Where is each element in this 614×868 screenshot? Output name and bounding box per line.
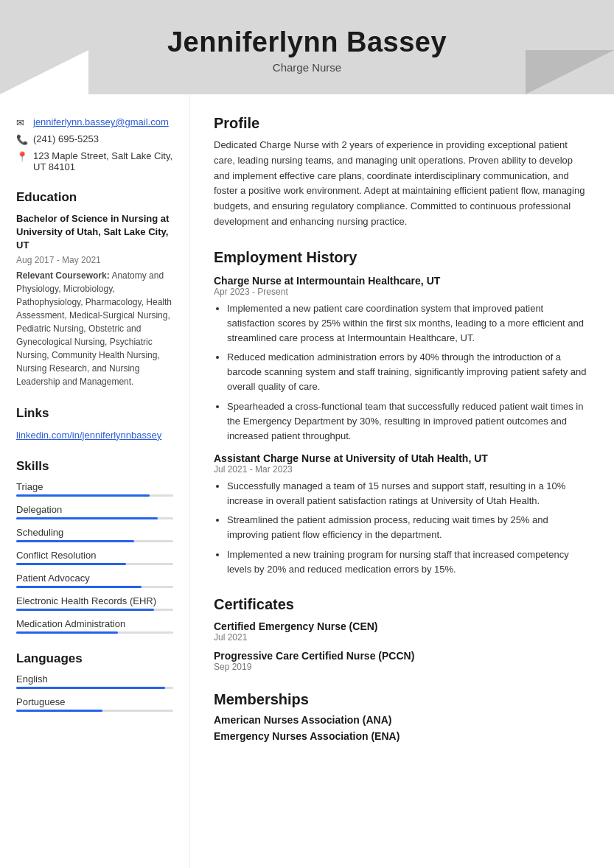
contact-section: ✉ jenniferlynn.bassey@gmail.com 📞 (241) … — [16, 116, 173, 172]
skill-item: Patient Advocacy — [16, 573, 173, 588]
coursework-text: Anatomy and Physiology, Microbiology, Pa… — [16, 270, 172, 387]
skill-item: Delegation — [16, 504, 173, 519]
profile-section-title: Profile — [214, 115, 590, 132]
email-icon: ✉ — [16, 117, 28, 128]
cert-date: Jul 2021 — [214, 632, 590, 643]
linkedin-link[interactable]: linkedin.com/in/jenniferlynnbassey — [16, 430, 161, 441]
skills-section-title: Skills — [16, 459, 173, 474]
skill-bar-bg — [16, 563, 173, 565]
skill-bar-bg — [16, 517, 173, 519]
job-date: Apr 2023 - Present — [214, 287, 590, 297]
certs-list: Certified Emergency Nurse (CEN) Jul 2021… — [214, 620, 590, 672]
location-icon: 📍 — [16, 151, 28, 162]
employment-section: Employment History Charge Nurse at Inter… — [214, 249, 590, 577]
edu-dates: Aug 2017 - May 2021 — [16, 255, 173, 265]
phone-text: (241) 695-5253 — [33, 133, 99, 144]
languages-section: Languages English Portuguese — [16, 651, 173, 712]
body: ✉ jenniferlynn.bassey@gmail.com 📞 (241) … — [0, 94, 614, 868]
resume-page: Jenniferlynn Bassey Charge Nurse ✉ jenni… — [0, 0, 614, 868]
profile-text: Dedicated Charge Nurse with 2 years of e… — [214, 138, 590, 230]
skill-bar-fill — [16, 563, 126, 565]
job-item: Charge Nurse at Intermountain Healthcare… — [214, 275, 590, 444]
job-bullet: Streamlined the patient admission proces… — [227, 513, 590, 542]
job-title: Assistant Charge Nurse at University of … — [214, 452, 590, 464]
skill-item: Scheduling — [16, 527, 173, 542]
memberships-section: Memberships American Nurses Association … — [214, 691, 590, 742]
memberships-list: American Nurses Association (ANA)Emergen… — [214, 714, 590, 742]
skill-name: Medication Administration — [16, 618, 173, 629]
address-item: 📍 123 Maple Street, Salt Lake City, UT 8… — [16, 150, 173, 172]
cert-name: Progressive Care Certified Nurse (PCCN) — [214, 650, 590, 662]
certificates-section-title: Certificates — [214, 596, 590, 613]
links-section-title: Links — [16, 406, 173, 421]
profile-section: Profile Dedicated Charge Nurse with 2 ye… — [214, 115, 590, 230]
edu-degree: Bachelor of Science in Nursing at Univer… — [16, 212, 173, 253]
language-item: Portuguese — [16, 696, 173, 712]
job-date: Jul 2021 - Mar 2023 — [214, 464, 590, 475]
skill-name: Patient Advocacy — [16, 573, 173, 584]
education-section: Education Bachelor of Science in Nursing… — [16, 190, 173, 388]
skill-bar-fill — [16, 540, 134, 542]
email-link[interactable]: jenniferlynn.bassey@gmail.com — [33, 116, 169, 127]
certificate-item: Certified Emergency Nurse (CEN) Jul 2021 — [214, 620, 590, 643]
header: Jenniferlynn Bassey Charge Nurse — [0, 0, 614, 94]
skill-item: Medication Administration — [16, 618, 173, 634]
links-section: Links linkedin.com/in/jenniferlynnbassey — [16, 406, 173, 441]
address-text: 123 Maple Street, Salt Lake City, UT 841… — [33, 150, 173, 172]
language-item: English — [16, 673, 173, 689]
candidate-name: Jenniferlynn Bassey — [15, 27, 599, 58]
job-bullets-list: Implemented a new patient care coordinat… — [214, 301, 590, 444]
job-bullet: Implemented a new training program for n… — [227, 547, 590, 577]
skill-bar-bg — [16, 494, 173, 497]
skill-bar-fill — [16, 494, 150, 497]
job-bullet: Reduced medication administration errors… — [227, 350, 590, 394]
skill-name: Delegation — [16, 504, 173, 515]
membership-item: Emergency Nurses Association (ENA) — [214, 730, 590, 742]
cert-name: Certified Emergency Nurse (CEN) — [214, 620, 590, 632]
phone-icon: 📞 — [16, 134, 28, 145]
membership-name: American Nurses Association (ANA) — [214, 714, 590, 726]
job-item: Assistant Charge Nurse at University of … — [214, 452, 590, 577]
skill-item: Conflict Resolution — [16, 550, 173, 565]
membership-name: Emergency Nurses Association (ENA) — [214, 730, 590, 742]
skill-bar-fill — [16, 586, 142, 588]
cert-date: Sep 2019 — [214, 662, 590, 672]
job-bullet: Spearheaded a cross-functional team that… — [227, 399, 590, 444]
edu-coursework: Relevant Coursework: Anatomy and Physiol… — [16, 269, 173, 388]
skill-name: Electronic Health Records (EHR) — [16, 595, 173, 606]
job-title: Charge Nurse at Intermountain Healthcare… — [214, 275, 590, 287]
skill-bar-bg — [16, 586, 173, 588]
skill-bar-bg — [16, 609, 173, 611]
candidate-title: Charge Nurse — [15, 61, 599, 74]
coursework-label: Relevant Coursework: — [16, 270, 110, 281]
language-bar-bg — [16, 710, 173, 712]
skill-bar-bg — [16, 540, 173, 542]
membership-item: American Nurses Association (ANA) — [214, 714, 590, 726]
email-item: ✉ jenniferlynn.bassey@gmail.com — [16, 116, 173, 128]
language-bar-fill — [16, 687, 165, 689]
skill-name: Triage — [16, 481, 173, 492]
skills-section: Skills Triage Delegation Scheduling Conf… — [16, 459, 173, 634]
phone-item: 📞 (241) 695-5253 — [16, 133, 173, 145]
job-bullet: Successfully managed a team of 15 nurses… — [227, 479, 590, 508]
certificate-item: Progressive Care Certified Nurse (PCCN) … — [214, 650, 590, 672]
certificates-section: Certificates Certified Emergency Nurse (… — [214, 596, 590, 672]
language-name: Portuguese — [16, 696, 173, 707]
job-bullets-list: Successfully managed a team of 15 nurses… — [214, 479, 590, 577]
skill-name: Scheduling — [16, 527, 173, 538]
skill-name: Conflict Resolution — [16, 550, 173, 561]
languages-section-title: Languages — [16, 651, 173, 666]
language-bar-bg — [16, 687, 173, 689]
languages-list: English Portuguese — [16, 673, 173, 712]
employment-section-title: Employment History — [214, 249, 590, 266]
jobs-list: Charge Nurse at Intermountain Healthcare… — [214, 275, 590, 577]
skill-item: Triage — [16, 481, 173, 497]
job-bullet: Implemented a new patient care coordinat… — [227, 301, 590, 346]
skill-bar-fill — [16, 609, 154, 611]
memberships-section-title: Memberships — [214, 691, 590, 708]
sidebar: ✉ jenniferlynn.bassey@gmail.com 📞 (241) … — [0, 94, 190, 868]
language-name: English — [16, 673, 173, 685]
skills-list: Triage Delegation Scheduling Conflict Re… — [16, 481, 173, 634]
skill-bar-bg — [16, 631, 173, 634]
main-content: Profile Dedicated Charge Nurse with 2 ye… — [190, 94, 614, 868]
